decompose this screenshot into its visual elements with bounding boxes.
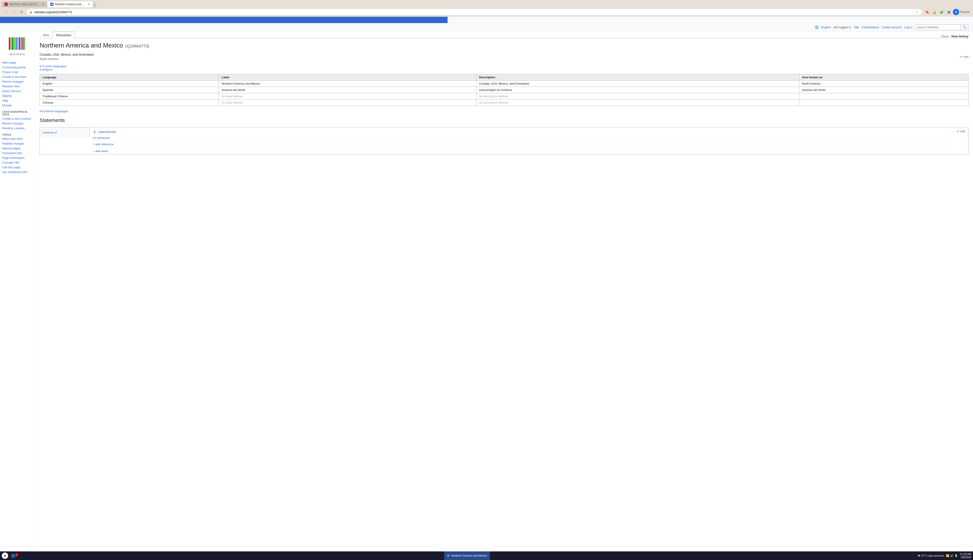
statement-edit-link[interactable]: ✏ edit <box>957 130 965 133</box>
reload-button[interactable]: ↻ <box>19 9 25 15</box>
tab-1-favicon: S <box>5 3 8 6</box>
taskbar-notification-app: 🌐 1 <box>10 553 16 559</box>
language-table: Language Label Description Also known as… <box>40 74 968 106</box>
edit-label: edit <box>964 55 968 58</box>
new-tab-button[interactable]: + <box>93 3 96 7</box>
configure-link[interactable]: Configure <box>40 68 968 71</box>
contributions-link[interactable]: Contributions <box>862 25 879 29</box>
tab-2[interactable]: W Northern America and Mexico ✕ <box>48 2 93 7</box>
profile-avatar[interactable]: A <box>953 9 959 15</box>
action-view-history[interactable]: View history <box>951 35 968 38</box>
sidebar-item-create-lexeme[interactable]: Create a new Lexeme <box>0 116 35 121</box>
wifi-icon[interactable]: 📶 <box>946 554 949 557</box>
talk-link[interactable]: Talk <box>854 25 859 29</box>
cell-language-en: English <box>40 80 219 87</box>
taskbar-active-window[interactable]: W Northern America and Mexico <box>444 552 490 560</box>
sidebar-item-nearby[interactable]: Nearby <box>0 93 35 98</box>
cell-description-zh-tw: No description defined <box>477 93 799 100</box>
cell-label-zh: No label defined <box>219 100 477 106</box>
tab-1[interactable]: S Edit Post "How Can You Begin... ✕ <box>2 2 47 7</box>
sidebar-item-special-pages[interactable]: Special pages <box>0 146 35 151</box>
sidebar-item-shortened-url[interactable]: Get shortened URL <box>0 170 35 175</box>
description-edit-link[interactable]: ✏ edit <box>960 53 968 61</box>
bookmark-icon[interactable]: 🔖 <box>924 9 930 15</box>
cell-description-es: macrorregión en América <box>477 87 799 93</box>
sidebar-item-query-service[interactable]: Query Service <box>0 89 35 93</box>
log-in-link[interactable]: Log in <box>905 25 912 29</box>
snak-icon: ⦿ <box>93 130 97 134</box>
add-value-area: + add value <box>90 147 954 155</box>
pencil-icon: ✏ <box>960 55 963 58</box>
sidebar-item-main-page[interactable]: Main page <box>0 60 35 65</box>
extension-icon[interactable]: 🧩 <box>938 9 945 15</box>
sidebar-item-random-lexeme[interactable]: Random Lexeme <box>0 126 35 130</box>
sidebar-item-permanent-link[interactable]: Permanent link <box>0 151 35 155</box>
description-section: Canada, USA, Mexico, and Greenland North… <box>40 53 968 61</box>
start-button[interactable]: ⊞ <box>2 553 8 559</box>
sidebar-toggle-icon[interactable]: ▦ <box>946 9 952 15</box>
notification-icon[interactable]: 🔔 <box>931 9 938 15</box>
forward-button[interactable]: → <box>11 9 17 15</box>
wikidata-logo-svg <box>8 36 27 52</box>
address-input[interactable] <box>34 10 913 14</box>
chevron-down-icon: ▾ <box>93 137 94 140</box>
cell-aka-zh <box>799 100 968 106</box>
tab-2-favicon: W <box>50 3 53 6</box>
tab-1-close[interactable]: ✕ <box>42 3 44 6</box>
action-read[interactable]: Read <box>941 35 948 38</box>
svg-rect-6 <box>19 37 20 50</box>
star-icon[interactable]: ☆ <box>915 10 919 14</box>
sidebar-lex-title: Lexicographical data <box>0 110 35 116</box>
sidebar-item-project-chat[interactable]: Project chat <box>0 70 35 75</box>
sidebar-item-related-changes[interactable]: Related changes <box>0 141 35 146</box>
profile-label: Paused <box>960 10 970 13</box>
svg-rect-3 <box>14 37 15 50</box>
add-reference-link[interactable]: + add reference <box>93 143 113 146</box>
cell-description-en: Canada, USA, Mexico, and Greenland <box>477 80 799 87</box>
add-value-link[interactable]: + add value <box>93 149 108 153</box>
table-row: Spanish América del Norte macrorregión e… <box>40 87 968 93</box>
sidebar-item-create-item[interactable]: Create a new Item <box>0 75 35 79</box>
references-count: 0 references <box>95 137 110 140</box>
sidebar-item-recent-changes[interactable]: Recent changes <box>0 79 35 84</box>
tab-item[interactable]: Item <box>40 32 53 38</box>
taskbar-weather: 🌨 37°F Light rain/snow <box>918 554 944 557</box>
sidebar-nav-section: Main page Community portal Project chat … <box>0 60 35 108</box>
property-link-instance-of[interactable]: instance of <box>43 131 57 134</box>
sidebar-item-cite-page[interactable]: Cite this page <box>0 165 35 170</box>
statements-header: Statements <box>40 117 968 125</box>
references-toggle[interactable]: ▾ 0 references <box>93 137 951 140</box>
search-input[interactable] <box>915 25 961 30</box>
sidebar-item-donate[interactable]: Donate <box>0 103 35 108</box>
sidebar-item-recent-changes-lex[interactable]: Recent changes <box>0 121 35 126</box>
sidebar-item-page-info[interactable]: Page information <box>0 155 35 160</box>
tab-2-close[interactable]: ✕ <box>88 3 90 6</box>
svg-rect-2 <box>12 37 13 50</box>
taskbar-start-area: ⊞ <box>2 553 8 559</box>
language-link[interactable]: English <box>821 25 831 29</box>
sidebar-item-what-links[interactable]: What links here <box>0 137 35 141</box>
create-account-link[interactable]: Create account <box>881 25 901 29</box>
in-more-languages-link[interactable]: ▾ In more languages <box>40 65 66 68</box>
sidebar-item-community-portal[interactable]: Community portal <box>0 65 35 70</box>
tab-discussion[interactable]: Discussion <box>53 32 75 38</box>
search-button[interactable]: 🔍 <box>961 25 968 30</box>
back-button[interactable]: ← <box>3 9 10 15</box>
battery-icon[interactable]: 🔋 <box>955 554 958 557</box>
description-main: Canada, USA, Mexico, and Greenland <box>40 53 93 56</box>
svg-rect-1 <box>11 37 11 50</box>
cell-label-en: Northern America and Mexico <box>219 80 477 87</box>
lock-icon: 🔒 <box>29 10 33 13</box>
sidebar-item-help[interactable]: Help <box>0 98 35 103</box>
statement-values-area: ⦿ subcontinent ▾ 0 references + add refe… <box>90 127 954 155</box>
main-content: Item Discussion Read View history Northe… <box>35 32 973 560</box>
all-languages-link[interactable]: All entered languages <box>40 110 968 113</box>
weather-icon: 🌨 <box>918 554 920 557</box>
lang-col-label: Label <box>219 74 477 80</box>
logo-text: WIKIDATA <box>10 53 25 56</box>
statement-value-link[interactable]: subcontinent <box>98 130 116 134</box>
volume-icon[interactable]: 🔊 <box>950 554 953 557</box>
sidebar-item-random-item[interactable]: Random Item <box>0 84 35 89</box>
sidebar-item-concept-uri[interactable]: Concept URI <box>0 160 35 165</box>
article-title-text: Northern America and Mexico <box>40 42 123 49</box>
